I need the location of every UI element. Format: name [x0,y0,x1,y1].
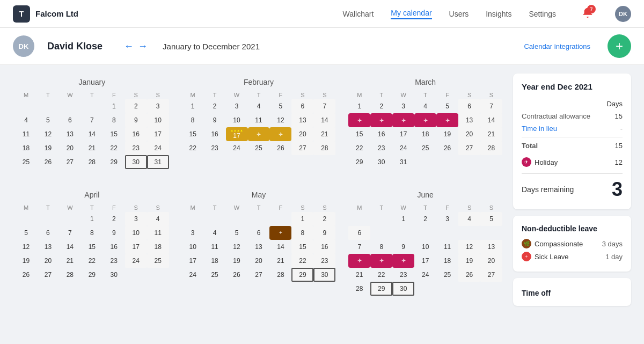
cal-cell: 16 [204,127,226,141]
cal-cell: 17 [147,127,169,141]
cal-cell: 5 [436,99,458,113]
calendars-grid: JanuaryMTWTFSS12345678910111213141516171… [13,74,504,312]
cal-cell: 17 [414,254,436,268]
cal-cell: 5 [226,226,248,240]
cal-cell: ✈ [436,113,458,127]
cal-cell: 10 [414,240,436,254]
cal-cell: 2 [125,99,147,113]
dow-label: W [59,203,81,212]
cal-cell: 25 [204,268,226,282]
cal-cell: 8 [182,113,204,127]
cal-cell: 24 [125,254,147,268]
cal-title-february: February [182,78,336,86]
cal-cell: 22 [103,141,125,155]
cal-cell [37,212,59,226]
compassionate-row: 🌿 Compassionate 3 days [522,237,623,250]
dow-label: T [37,203,59,212]
cal-cell: 21 [313,127,335,141]
company-name: Falcom Ltd [35,9,78,18]
date-range: January to December 2021 [163,42,260,51]
cal-cell: 10 [125,226,147,240]
cal-cell: 11 [147,226,169,240]
next-arrow[interactable]: → [138,41,148,52]
cal-cell: 29 [370,282,392,296]
cal-cell: 20 [248,254,270,268]
days-header-row: Days [522,98,623,110]
cal-cell: 1 [291,212,313,226]
sub-header: DK David Klose ← → January to December 2… [0,28,644,65]
dow-label: T [248,91,270,99]
cal-cell: 5 [269,99,291,113]
cal-cell: 15 [182,127,204,141]
cal-cell: 16 [370,127,392,141]
cal-cell: 2 [414,212,436,226]
days-remaining-row: Days remaining 3 [522,173,623,201]
cal-cell: 18 [147,240,169,254]
prev-arrow[interactable]: ← [124,41,134,52]
calendar-integrations-link[interactable]: Calendar integrations [524,42,590,50]
cal-cell: 13 [59,127,81,141]
cal-cell: 2 [313,212,335,226]
cal-cell: 19 [226,254,248,268]
cal-cell [81,99,103,113]
cal-cell: 18 [15,141,37,155]
nav-insights[interactable]: Insights [486,10,511,18]
cal-cell: 19 [436,127,458,141]
cal-title-june: June [348,191,502,199]
dow-label: T [414,203,436,212]
cal-cell: 20 [291,127,313,141]
cal-cell: 28 [81,155,103,169]
cal-cell: 25 [414,141,436,155]
main-nav: Wallchart My calendar Users Insights Set… [343,6,632,22]
cal-cell: 15 [291,240,313,254]
cal-cell: 10 [226,113,248,127]
cal-cell [182,212,204,226]
cal-cell: 1 [103,99,125,113]
cal-cell: 11 [15,127,37,141]
cal-cell: 28 [348,282,370,296]
nav-my-calendar[interactable]: My calendar [391,9,431,19]
cal-cell: 20 [59,141,81,155]
dow-label: T [81,91,103,99]
sick-leave-row: + Sick Leave 1 day [522,250,623,263]
add-button[interactable]: + [608,34,631,58]
cal-cell: 15 [348,127,370,141]
cal-cell: 24 [414,268,436,282]
cal-cell [59,99,81,113]
cal-cell: 27 [37,268,59,282]
cal-cell: 7 [480,99,502,113]
nav-users[interactable]: Users [449,10,469,18]
cal-cell: 29 [291,268,313,282]
notifications-bell[interactable]: 7 [582,7,594,20]
year-end-card: Year end Dec 2021 Days Contractual allow… [513,74,631,209]
nav-wallchart[interactable]: Wallchart [343,10,374,18]
user-avatar-nav[interactable]: DK [615,6,631,22]
sick-leave-value: 1 day [605,253,623,261]
time-in-lieu-link[interactable]: Time in lieu [522,125,557,133]
nav-settings[interactable]: Settings [529,10,556,18]
dow-label: M [348,203,370,212]
cal-cell: 8 [370,240,392,254]
cal-cell: 3 [147,99,169,113]
cal-cell: 29 [103,155,125,169]
cal-cell: 5 [37,113,59,127]
holiday-value: 12 [615,158,623,166]
dow-label: S [147,91,169,99]
cal-cell: 26 [436,141,458,155]
cal-cell [226,212,248,226]
cal-cell: 24 [226,141,248,155]
cal-cell: 18 [414,127,436,141]
cal-cell: 13 [458,113,480,127]
cal-cell: 12 [269,113,291,127]
calendar-may: MayMTWTFSS123456+89101112131415161718192… [180,186,338,313]
cal-cell: 14 [59,240,81,254]
cal-cell: 20 [37,254,59,268]
cal-cell [15,212,37,226]
cal-cell [204,212,226,226]
cal-cell [59,212,81,226]
cal-cell: 30 [103,268,125,282]
cal-cell: 6 [458,99,480,113]
calendar-april: AprilMTWTFSS1234567891011121314151617181… [13,186,171,313]
cal-cell: 4 [204,226,226,240]
calendar-february: FebruaryMTWTFSS12345678910111213141516▲▲… [180,74,338,186]
